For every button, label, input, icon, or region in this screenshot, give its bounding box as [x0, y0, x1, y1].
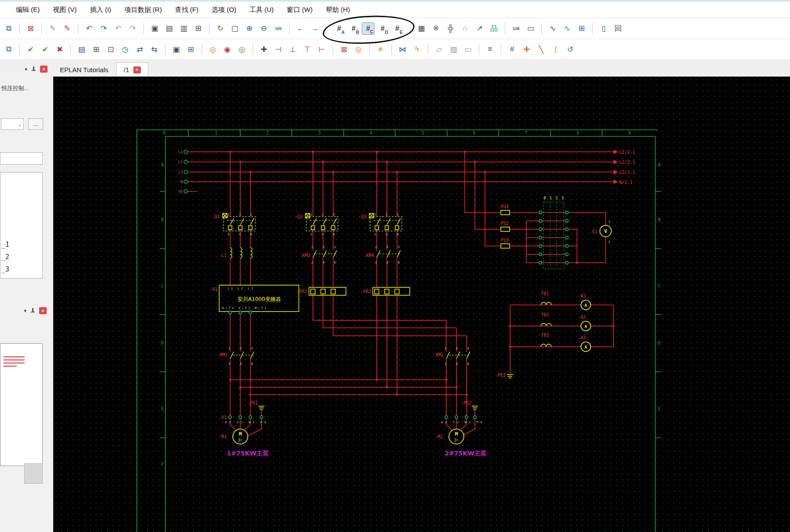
tab-page-1[interactable]: /1 ×	[116, 62, 148, 77]
ruler-icon[interactable]: ▭	[524, 22, 537, 35]
diagonal-line-icon[interactable]: ╲	[535, 43, 547, 55]
panel-collapse-icon[interactable]: ▾	[25, 67, 27, 72]
net-grid-icon[interactable]: ⊞	[575, 22, 588, 35]
connection-point-icon[interactable]: ϟ	[411, 43, 423, 55]
tab-project[interactable]: EPLAN Tutorials	[53, 63, 115, 77]
page-tree-list[interactable]: _1 _2 _3	[0, 172, 43, 279]
grid-d-icon[interactable]: #D	[376, 22, 389, 35]
tab-close-icon[interactable]: ×	[133, 66, 141, 73]
zoom-out-icon[interactable]: ⊖	[257, 22, 270, 35]
menu-view[interactable]: 视图 (V)	[53, 6, 77, 14]
region-icon[interactable]: ▭	[462, 43, 474, 55]
page-copy-icon[interactable]: ⧉	[2, 43, 15, 55]
pump-label-2: 2#75KW主泵	[445, 450, 487, 457]
placeholder-object-icon[interactable]: ▯	[597, 22, 610, 35]
grid-e-icon[interactable]: #E	[391, 22, 404, 35]
panel-pin-icon[interactable]	[31, 66, 36, 72]
symbol-macro-icon[interactable]: ⊞	[184, 43, 197, 55]
insert-grid-icon[interactable]: #	[506, 43, 518, 55]
snap-target-icon[interactable]: ◎	[352, 43, 365, 55]
list-item[interactable]: _2	[1, 253, 9, 261]
export-pages-icon[interactable]: ⇄	[133, 43, 146, 55]
performance-chart-icon[interactable]: ↗	[473, 22, 486, 35]
zoom-in-icon[interactable]: ⊕	[243, 22, 256, 35]
structure-tree-icon[interactable]: 品	[488, 22, 500, 35]
insert-plus-icon[interactable]: ✚	[520, 43, 533, 55]
magnetic-snap-icon[interactable]: ∩	[459, 22, 471, 35]
grid-a-icon[interactable]: #A	[333, 22, 345, 35]
refresh-icon[interactable]: ↻	[214, 22, 227, 35]
selection-frame-icon[interactable]: ▱	[433, 43, 445, 55]
copy-format-icon[interactable]: ✎	[46, 22, 59, 35]
hatch-pattern-icon[interactable]: ▨	[447, 43, 460, 55]
arrange-icon[interactable]: 回	[612, 22, 625, 35]
redo-icon[interactable]: ↷	[97, 22, 110, 35]
toolbar-row-1: ⧉ ⊠ ✎ ✎ ↶ ↷ ↶ ↷ ▣ ▤ ▥ ⊞ ↻ ▢ ⊕ ⊖ 100 ←	[0, 18, 790, 39]
page-history-icon[interactable]: ◷	[119, 43, 132, 55]
browse-button[interactable]: ...	[28, 118, 43, 130]
filter-combobox[interactable]: ⌄	[1, 118, 24, 130]
delete-selection-icon[interactable]: ⊠	[338, 43, 350, 55]
device-label-pe3: -PE3	[495, 373, 506, 378]
page-check-icon[interactable]: ▥	[177, 22, 190, 35]
grid-c-glyph: #	[366, 25, 370, 33]
menu-options[interactable]: 选项 (O)	[212, 6, 236, 14]
options-star-icon[interactable]: ✳	[374, 43, 387, 55]
delete-placeholder-icon[interactable]: ⊠	[24, 22, 37, 35]
list-item[interactable]: _1	[1, 241, 9, 249]
list-item[interactable]: _3	[1, 265, 9, 273]
remove-format-icon[interactable]: ✎	[61, 22, 73, 35]
menu-tools[interactable]: 工具 (U)	[250, 6, 274, 14]
new-page-icon[interactable]: ⊞	[90, 43, 103, 55]
table-view-icon[interactable]: ⊞	[192, 22, 205, 35]
window-tile-icon[interactable]: ▤	[163, 22, 176, 35]
back-icon[interactable]: ←	[294, 22, 307, 35]
forward-icon[interactable]: →	[309, 22, 321, 35]
zoom-100-icon[interactable]: 100	[272, 22, 285, 35]
panel-close-icon[interactable]: ×	[40, 66, 48, 73]
signal-wave-icon[interactable]: ∿	[546, 22, 559, 35]
menu-insert[interactable]: 插入 (I)	[90, 6, 111, 14]
menu-project-data[interactable]: 项目数据 (R)	[125, 6, 162, 14]
assign-device-icon[interactable]: ✔	[39, 43, 51, 55]
align-left-icon[interactable]: ⊣	[272, 43, 285, 55]
paste-icon[interactable]: ⧉	[2, 22, 15, 35]
align-bottom-icon[interactable]: ⊥	[287, 43, 299, 55]
char-128-icon[interactable]: 128	[510, 22, 522, 35]
page-properties-icon[interactable]: ⊡	[104, 43, 117, 55]
remove-device-icon[interactable]: ✖	[53, 43, 66, 55]
panel-pin-icon[interactable]	[30, 308, 35, 314]
menu-edit[interactable]: 编辑 (E)	[16, 6, 40, 14]
grid-b-icon[interactable]: #B	[347, 22, 360, 35]
zoom-window-icon[interactable]: ▢	[228, 22, 241, 35]
import-pages-icon[interactable]: ⇆	[148, 43, 161, 55]
schematic-canvas[interactable]: 0 1 2 3 4 5 6 7 8 9 A B C D E F A	[53, 77, 790, 532]
rotate-icon[interactable]: ↺	[564, 43, 577, 55]
place-center-icon[interactable]: ◎	[206, 43, 219, 55]
place-origin-icon[interactable]: ◉	[221, 43, 234, 55]
window-layout-icon[interactable]: ▣	[148, 22, 161, 35]
redo-history-icon[interactable]: ↷	[126, 22, 139, 35]
window-macro-icon[interactable]: ▣	[170, 43, 183, 55]
panel-close-icon[interactable]: ×	[39, 307, 47, 314]
insert-device-icon[interactable]: ✔	[24, 43, 37, 55]
page-navigator-icon[interactable]: ▤	[75, 43, 88, 55]
integral-curve-icon[interactable]: ∫	[549, 43, 562, 55]
show-grid-icon[interactable]: ▦	[415, 22, 428, 35]
align-right-icon[interactable]: ⊢	[316, 43, 328, 55]
menu-help[interactable]: 帮助 (H)	[326, 6, 350, 14]
coordinate-input-icon[interactable]: ✚	[257, 43, 270, 55]
align-to-grid-icon[interactable]: ╬	[444, 22, 457, 35]
move-base-point-icon[interactable]: ◎	[235, 43, 248, 55]
snap-to-grid-icon[interactable]: ※	[430, 22, 442, 35]
align-top-icon[interactable]: ⊤	[301, 43, 314, 55]
connect-symbol-icon[interactable]: ⋈	[396, 43, 409, 55]
plot-frame-icon[interactable]: ≡	[484, 43, 496, 55]
grid-c-icon[interactable]: #C	[362, 22, 375, 35]
menu-find[interactable]: 查找 (F)	[175, 6, 198, 14]
undo-icon[interactable]: ↶	[83, 22, 96, 35]
panel-collapse-icon[interactable]: ▾	[24, 308, 26, 313]
menu-window[interactable]: 窗口 (W)	[287, 6, 312, 14]
signal-track-icon[interactable]: ∿	[561, 22, 573, 35]
undo-history-icon[interactable]: ↶	[112, 22, 125, 35]
